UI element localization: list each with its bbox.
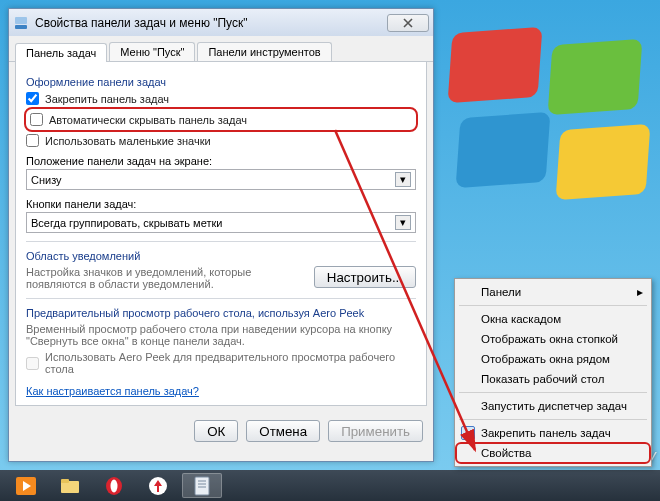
taskbar-context-menu: Панели ▸ Окна каскадом Отображать окна с… bbox=[454, 278, 652, 467]
svg-point-8 bbox=[111, 479, 118, 492]
menu-label: Отображать окна стопкой bbox=[481, 333, 618, 345]
aero-peek-input[interactable] bbox=[26, 357, 39, 370]
ctx-stacked[interactable]: Отображать окна стопкой bbox=[457, 329, 649, 349]
menu-separator bbox=[459, 419, 647, 420]
check-icon: ✓ bbox=[461, 426, 475, 440]
close-button[interactable] bbox=[387, 14, 429, 32]
autohide-taskbar-input[interactable] bbox=[30, 113, 43, 126]
yandex-icon[interactable] bbox=[138, 473, 178, 498]
customize-button[interactable]: Настроить... bbox=[314, 266, 416, 288]
svg-rect-10 bbox=[195, 477, 209, 495]
checkbox-label: Закрепить панель задач bbox=[45, 93, 169, 105]
ctx-sidebyside[interactable]: Отображать окна рядом bbox=[457, 349, 649, 369]
aero-peek-checkbox[interactable]: Использовать Aero Peek для предварительн… bbox=[26, 351, 416, 375]
divider bbox=[26, 241, 416, 242]
desktop-wallpaper bbox=[430, 0, 660, 300]
lock-taskbar-checkbox[interactable]: Закрепить панель задач bbox=[26, 92, 416, 105]
select-value: Снизу bbox=[31, 174, 62, 186]
menu-separator bbox=[459, 392, 647, 393]
menu-label: Отображать окна рядом bbox=[481, 353, 610, 365]
tab-body: Оформление панели задач Закрепить панель… bbox=[15, 62, 427, 406]
media-player-icon[interactable] bbox=[6, 473, 46, 498]
apply-button[interactable]: Применить bbox=[328, 420, 423, 442]
tab-start-menu[interactable]: Меню "Пуск" bbox=[109, 42, 195, 61]
cancel-button[interactable]: Отмена bbox=[246, 420, 320, 442]
window-title: Свойства панели задач и меню "Пуск" bbox=[35, 16, 381, 30]
svg-rect-6 bbox=[61, 479, 69, 483]
taskbar[interactable] bbox=[0, 470, 660, 501]
svg-rect-1 bbox=[15, 17, 27, 24]
close-icon bbox=[403, 18, 413, 28]
submenu-arrow-icon: ▸ bbox=[637, 285, 643, 299]
ctx-panels[interactable]: Панели ▸ bbox=[457, 282, 649, 302]
ctx-task-manager[interactable]: Запустить диспетчер задач bbox=[457, 396, 649, 416]
ctx-cascade[interactable]: Окна каскадом bbox=[457, 309, 649, 329]
divider bbox=[26, 298, 416, 299]
menu-label: Панели bbox=[481, 286, 521, 298]
appearance-group-label: Оформление панели задач bbox=[26, 76, 416, 88]
tab-toolbars[interactable]: Панели инструментов bbox=[197, 42, 331, 61]
menu-label: Показать рабочий стол bbox=[481, 373, 604, 385]
select-value: Всегда группировать, скрывать метки bbox=[31, 217, 222, 229]
app-icon bbox=[13, 15, 29, 31]
titlebar: Свойства панели задач и меню "Пуск" bbox=[9, 8, 433, 36]
svg-rect-0 bbox=[15, 25, 27, 29]
tab-taskbar[interactable]: Панель задач bbox=[15, 43, 107, 62]
chevron-down-icon: ▾ bbox=[395, 172, 411, 187]
notification-area-label: Область уведомлений bbox=[26, 250, 416, 262]
aero-peek-label: Предварительный просмотр рабочего стола,… bbox=[26, 307, 416, 319]
menu-label: Свойства bbox=[481, 447, 532, 459]
notepad-icon[interactable] bbox=[182, 473, 222, 498]
ctx-lock-taskbar[interactable]: ✓ Закрепить панель задач bbox=[457, 423, 649, 443]
help-link[interactable]: Как настраивается панель задач? bbox=[26, 385, 199, 397]
aero-peek-desc: Временный просмотр рабочего стола при на… bbox=[26, 323, 416, 347]
small-icons-checkbox[interactable]: Использовать маленькие значки bbox=[26, 134, 416, 147]
ctx-properties[interactable]: Свойства bbox=[457, 443, 649, 463]
menu-separator bbox=[459, 305, 647, 306]
small-icons-input[interactable] bbox=[26, 134, 39, 147]
buttons-label: Кнопки панели задач: bbox=[26, 198, 416, 210]
taskbar-properties-dialog: Свойства панели задач и меню "Пуск" Пане… bbox=[8, 8, 434, 462]
checkbox-label: Автоматически скрывать панель задач bbox=[49, 114, 247, 126]
dialog-actions: ОК Отмена Применить bbox=[9, 412, 433, 452]
lock-taskbar-input[interactable] bbox=[26, 92, 39, 105]
ok-button[interactable]: ОК bbox=[194, 420, 238, 442]
position-label: Положение панели задач на экране: bbox=[26, 155, 416, 167]
menu-label: Окна каскадом bbox=[481, 313, 561, 325]
autohide-taskbar-checkbox[interactable]: Автоматически скрывать панель задач bbox=[30, 113, 412, 126]
position-select[interactable]: Снизу ▾ bbox=[26, 169, 416, 190]
ctx-show-desktop[interactable]: Показать рабочий стол bbox=[457, 369, 649, 389]
menu-label: Запустить диспетчер задач bbox=[481, 400, 627, 412]
menu-label: Закрепить панель задач bbox=[481, 427, 611, 439]
explorer-icon[interactable] bbox=[50, 473, 90, 498]
checkbox-label: Использовать Aero Peek для предварительн… bbox=[45, 351, 416, 375]
opera-icon[interactable] bbox=[94, 473, 134, 498]
checkbox-label: Использовать маленькие значки bbox=[45, 135, 211, 147]
tabs: Панель задач Меню "Пуск" Панели инструме… bbox=[9, 36, 433, 62]
taskbar-buttons-select[interactable]: Всегда группировать, скрывать метки ▾ bbox=[26, 212, 416, 233]
notification-area-desc: Настройка значков и уведомлений, которые… bbox=[26, 266, 306, 290]
chevron-down-icon: ▾ bbox=[395, 215, 411, 230]
autohide-highlight: Автоматически скрывать панель задач bbox=[24, 107, 418, 132]
